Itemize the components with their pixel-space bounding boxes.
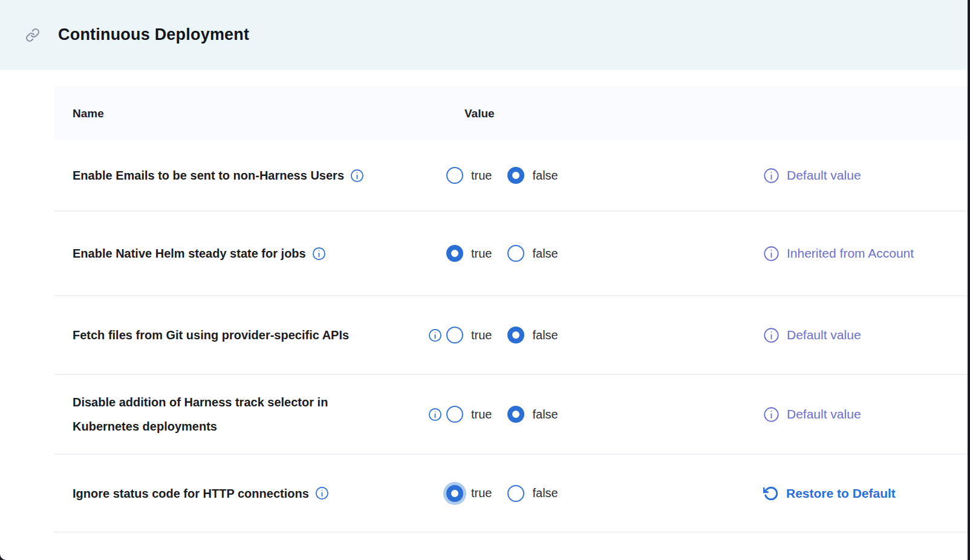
setting-name-cell: Enable Native Helm steady state for jobs xyxy=(54,241,428,265)
radio-false-label[interactable]: false xyxy=(532,486,558,500)
setting-name-cell: Enable Emails to be sent to non-Harness … xyxy=(54,163,428,187)
setting-value-cell: true false xyxy=(428,245,763,262)
radio-true-label[interactable]: true xyxy=(471,247,492,261)
setting-name: Enable Native Helm steady state for jobs xyxy=(73,241,306,265)
radio-true-label[interactable]: true xyxy=(471,486,492,500)
radio-false-label[interactable]: false xyxy=(532,247,558,261)
radio-true[interactable] xyxy=(446,406,463,423)
setting-status: Default value xyxy=(763,404,968,425)
radio-false[interactable] xyxy=(507,406,524,423)
setting-name-cell: Ignore status code for HTTP connections xyxy=(54,481,428,506)
setting-name: Disable addition of Harness track select… xyxy=(73,390,375,438)
setting-status: Default value xyxy=(763,165,968,186)
setting-name: Enable Emails to be sent to non-Harness … xyxy=(73,163,344,187)
radio-false-label[interactable]: false xyxy=(532,328,558,342)
radio-false-label[interactable]: false xyxy=(532,408,558,422)
setting-row-enable-emails: Enable Emails to be sent to non-Harness … xyxy=(54,140,968,212)
info-icon[interactable] xyxy=(763,168,780,184)
setting-row-ignore-status-code: Ignore status code for HTTP connections … xyxy=(54,455,968,533)
radio-false[interactable] xyxy=(507,485,524,502)
restore-to-default-link[interactable]: Restore to Default xyxy=(786,483,896,504)
status-label: Inherited from Account xyxy=(787,243,914,264)
link-icon[interactable] xyxy=(25,28,40,42)
status-label: Default value xyxy=(787,165,861,186)
radio-false[interactable] xyxy=(507,245,524,262)
settings-table: Name Value Enable Emails to be sent to n… xyxy=(54,86,968,533)
status-label: Default value xyxy=(787,404,861,425)
radio-false[interactable] xyxy=(507,327,524,343)
setting-row-fetch-files-git: Fetch files from Git using provider-spec… xyxy=(54,296,968,375)
info-icon[interactable] xyxy=(315,486,329,500)
setting-name: Ignore status code for HTTP connections xyxy=(73,481,309,506)
info-icon[interactable] xyxy=(428,328,446,342)
info-icon[interactable] xyxy=(350,169,364,183)
settings-page: Continuous Deployment Name Value Enable … xyxy=(0,0,968,560)
restore-icon[interactable] xyxy=(763,486,779,501)
setting-name: Fetch files from Git using provider-spec… xyxy=(73,323,349,347)
column-header-value: Value xyxy=(446,107,781,120)
info-icon[interactable] xyxy=(763,406,780,423)
radio-true[interactable] xyxy=(446,485,463,502)
page-title: Continuous Deployment xyxy=(58,25,249,44)
status-label: Default value xyxy=(787,325,861,345)
setting-value-cell: true false xyxy=(428,406,763,423)
info-icon[interactable] xyxy=(763,246,780,262)
radio-true-label[interactable]: true xyxy=(471,169,492,183)
setting-status: Restore to Default xyxy=(763,483,968,504)
radio-true-label[interactable]: true xyxy=(471,328,492,342)
radio-true-label[interactable]: true xyxy=(471,408,492,422)
setting-row-native-helm: Enable Native Helm steady state for jobs… xyxy=(54,212,968,296)
setting-status: Inherited from Account xyxy=(763,243,968,264)
radio-false-label[interactable]: false xyxy=(532,169,558,183)
radio-true[interactable] xyxy=(446,167,463,184)
info-icon[interactable] xyxy=(312,247,326,261)
radio-true[interactable] xyxy=(446,327,463,343)
column-header-name: Name xyxy=(54,107,446,120)
setting-value-cell: true false xyxy=(428,327,763,343)
radio-true[interactable] xyxy=(446,245,463,262)
setting-value-cell: true false xyxy=(428,485,763,502)
info-icon[interactable] xyxy=(763,327,780,343)
setting-name-cell: Disable addition of Harness track select… xyxy=(54,390,428,438)
radio-false[interactable] xyxy=(507,167,524,184)
setting-name-cell: Fetch files from Git using provider-spec… xyxy=(54,323,428,347)
table-header: Name Value xyxy=(54,86,968,140)
category-header: Continuous Deployment xyxy=(0,0,968,70)
setting-row-disable-track-selector: Disable addition of Harness track select… xyxy=(54,375,968,455)
info-icon[interactable] xyxy=(428,408,446,422)
setting-value-cell: true false xyxy=(428,167,763,184)
setting-status: Default value xyxy=(763,325,968,345)
